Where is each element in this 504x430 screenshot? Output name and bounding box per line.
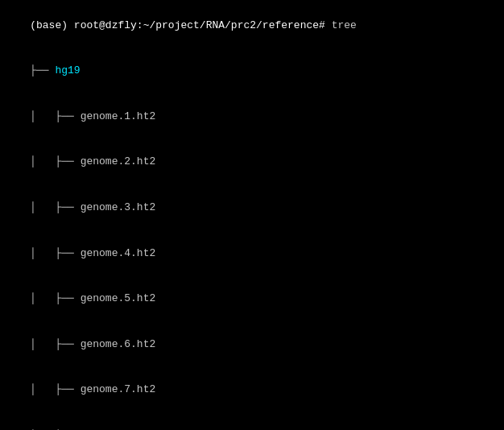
tree-hg19-file-6: │ ├── genome.6.ht2 [5,322,499,368]
tree-hg19-dir: ├── hg19 [5,49,499,95]
tree-hg19-file-3: │ ├── genome.3.ht2 [5,185,499,231]
tree-hg19-file-5: │ ├── genome.5.ht2 [5,276,499,322]
terminal-window: (base) root@dzfly:~/project/RNA/prc2/ref… [0,0,504,430]
tree-hg19-file-8: │ ├── genome.8.ht2 [5,413,499,430]
prompt-base: (base) root@dzfly:~/project/RNA/prc2/ref… [30,19,331,31]
tree-hg19-file-1: │ ├── genome.1.ht2 [5,94,499,140]
tree-hg19-file-2: │ ├── genome.2.ht2 [5,140,499,186]
command-line-tree: (base) root@dzfly:~/project/RNA/prc2/ref… [5,3,499,49]
tree-hg19-file-4: │ ├── genome.4.ht2 [5,231,499,277]
tree-hg19-file-7: │ ├── genome.7.ht2 [5,367,499,413]
command-tree: tree [332,19,357,31]
